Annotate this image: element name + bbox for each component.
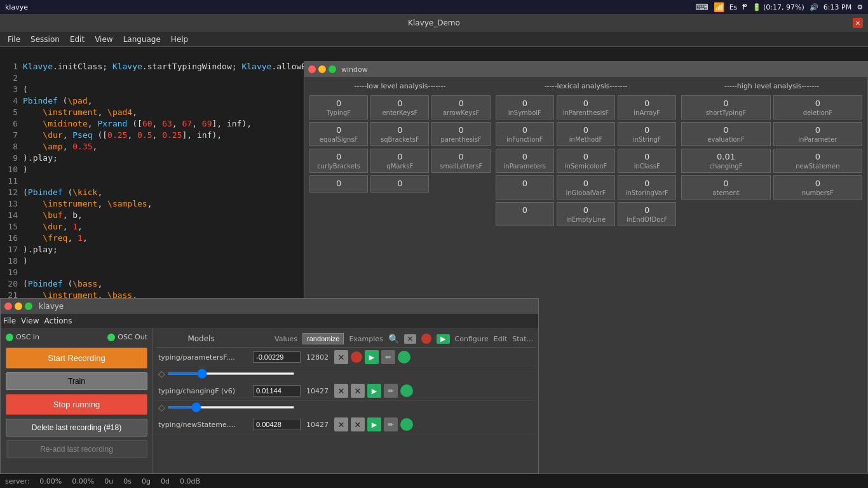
- model-3-edit-button[interactable]: ✏: [384, 417, 398, 431]
- code-line-18: 18 ): [0, 255, 304, 267]
- code-line-16: 16 \freq, 1,: [0, 233, 304, 244]
- model-2-clear-button[interactable]: ✕: [334, 384, 348, 398]
- settings-icon[interactable]: ⚙: [857, 3, 863, 11]
- metric-inendofdocf: 0inEndOfDocF: [618, 202, 676, 226]
- model-2-value-input[interactable]: [253, 385, 301, 396]
- metric-atement: 0atement: [681, 175, 770, 200]
- menu-edit[interactable]: Edit: [65, 35, 90, 44]
- menu-session[interactable]: Session: [25, 35, 65, 44]
- metric-equalsignsf: 0equalSignsF: [309, 122, 368, 146]
- menu-view[interactable]: View: [90, 35, 118, 44]
- menu-help[interactable]: Help: [166, 35, 193, 44]
- main-container: Klavye_Demo ✕ File Session Edit View Lan…: [0, 14, 868, 488]
- code-line-4: 4 Pbindef (\pad,: [0, 95, 304, 107]
- menu-language[interactable]: Language: [118, 35, 166, 44]
- metric-shorttypingf: 0shortTypingF: [681, 95, 770, 119]
- randomize-button[interactable]: randomize: [302, 333, 344, 344]
- voices: 0u: [104, 477, 113, 485]
- metric-newstatement: 0newStatemen: [773, 149, 862, 173]
- metric-arrowkeysf: 0arrowKeysF: [431, 95, 490, 119]
- model-3-x2-button[interactable]: ✕: [351, 417, 365, 431]
- model-3-clear-button[interactable]: ✕: [334, 417, 348, 431]
- db: 0.0dB: [180, 477, 200, 485]
- high-level-section: -----high level analysis------- 0shortTy…: [681, 82, 862, 226]
- model-2-slider-row: ◇: [156, 401, 536, 415]
- code-line-17: 17 ).play;: [0, 244, 304, 255]
- code-line-11: 11: [0, 175, 304, 187]
- search-icon[interactable]: 🔍: [388, 334, 399, 344]
- model-row-3: typing/newStateme.... 10427 ✕ ✕ ▶ ✏: [156, 415, 536, 435]
- model-1-value-input[interactable]: [253, 351, 301, 363]
- editor-title: Klavye_Demo: [408, 18, 460, 27]
- wifi-icon: 📶: [714, 2, 724, 12]
- metric-extra-lex2: 0: [496, 202, 554, 226]
- metric-instoringvarf: 0inStoringVarF: [618, 175, 676, 200]
- metric-inarrayf: 0inArrayF: [618, 95, 676, 119]
- low-level-title: -----low level analysis-------: [309, 82, 491, 90]
- tl-minimize[interactable]: [318, 65, 326, 73]
- klavye-menu-view[interactable]: View: [21, 316, 39, 325]
- volume-icon: 🔊: [810, 3, 818, 11]
- klavye-tl-minimize[interactable]: [15, 302, 22, 310]
- metric-deletionf: 0deletionF: [773, 95, 862, 119]
- stop-running-button[interactable]: Stop running: [6, 394, 147, 415]
- train-button[interactable]: Train: [6, 372, 147, 390]
- osc-out-indicator: OSC Out: [107, 333, 147, 341]
- model-1-slider[interactable]: [168, 372, 295, 375]
- model-3-play-button[interactable]: ▶: [367, 417, 381, 431]
- lexical-metrics: 0inSymbolF 0inParenthesisF 0inArrayF 0in…: [496, 95, 677, 226]
- model-2-name: typing/changingF (v6): [158, 387, 250, 395]
- model-1-clear-button[interactable]: ✕: [334, 350, 348, 364]
- system-bar-left: klavye: [5, 3, 28, 11]
- models-header-row: Models Values randomize Examples 🔍 ✕ ▶ C…: [156, 330, 536, 348]
- tl-close[interactable]: [308, 65, 316, 73]
- code-line-12: 12 (Pbindef (\kick,: [0, 187, 304, 198]
- klavye-menu-bar: File View Actions: [1, 314, 538, 328]
- delete-last-recording-button[interactable]: Delete last recording (#18): [6, 419, 147, 437]
- klavye-title-bar: klavye: [1, 299, 538, 314]
- keyboard-layout-label: Es: [729, 3, 738, 11]
- klavye-models-panel: Models Values randomize Examples 🔍 ✕ ▶ C…: [153, 328, 538, 473]
- klavye-title: klavye: [39, 302, 64, 311]
- lexical-section: -----lexical analysis------- 0inSymbolF …: [496, 82, 677, 226]
- analysis-title: window: [341, 65, 368, 74]
- klavye-menu-actions[interactable]: Actions: [44, 316, 72, 325]
- mem: 0d: [161, 477, 170, 485]
- model-1-play-button[interactable]: ▶: [365, 350, 379, 364]
- play-examples-button[interactable]: ▶: [437, 334, 449, 344]
- model-1-slider-row: ◇: [156, 367, 536, 381]
- bottom-status-bar: server: 0.00% 0.00% 0u 0s 0g 0d 0.0dB: [0, 474, 868, 488]
- system-bar: klavye ⌨ 📶 Es Ᵽ 🔋 (0:17, 97%) 🔊 6:13 PM …: [0, 0, 868, 14]
- model-row-1: typing/parametersF.... 12802 ✕ ▶ ✏: [156, 348, 536, 367]
- editor-close-button[interactable]: ✕: [853, 18, 863, 28]
- model-1-edit-button[interactable]: ✏: [381, 350, 395, 364]
- code-line-1: 1 Klavye.initClass; Klavye.startTypingWi…: [0, 61, 304, 72]
- metric-inclassf: 0inClassF: [618, 149, 676, 173]
- code-line-13: 13 \instrument, \samples,: [0, 198, 304, 210]
- start-recording-button[interactable]: Start Recording: [6, 348, 147, 369]
- clear-examples-button[interactable]: ✕: [404, 334, 416, 344]
- model-2-play-button[interactable]: ▶: [367, 384, 381, 398]
- metric-inglobalvarf: 0inGlobalVarF: [557, 175, 615, 200]
- record-icon[interactable]: [421, 334, 431, 344]
- code-line-19: 19: [0, 267, 304, 278]
- model-2-slider[interactable]: [168, 406, 295, 409]
- metric-enterkeysf: 0enterKeysF: [370, 95, 429, 119]
- klavye-menu-file[interactable]: File: [3, 316, 16, 325]
- metric-smalllettersf: 0smallLettersF: [431, 149, 490, 173]
- model-2-x2-button[interactable]: ✕: [351, 384, 365, 398]
- menu-file[interactable]: File: [3, 35, 25, 44]
- model-1-record-button[interactable]: [351, 351, 362, 363]
- time: 0s: [123, 477, 132, 485]
- klavye-tl-close[interactable]: [4, 302, 12, 310]
- model-1-slider-icon: ◇: [158, 369, 165, 379]
- klavye-tl-maximize[interactable]: [25, 302, 32, 310]
- model-3-value-input[interactable]: [253, 419, 301, 430]
- code-line-8: 8 \amp, 0.35,: [0, 141, 304, 152]
- metric-curlybrackets: 0curlyBrackets: [309, 149, 368, 173]
- code-line-7: 7 \dur, Pseq ([0.25, 0.5, 0.25], inf),: [0, 130, 304, 141]
- metric-qmarksf: 0qMarksF: [370, 149, 429, 173]
- tl-maximize[interactable]: [329, 65, 336, 73]
- metric-inemptyline: 0inEmptyLine: [557, 202, 615, 226]
- model-2-edit-button[interactable]: ✏: [384, 384, 398, 398]
